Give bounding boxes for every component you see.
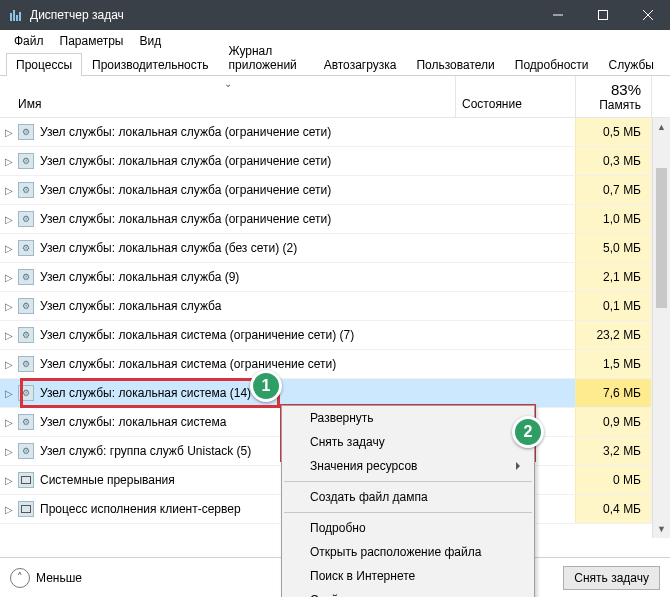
table-row[interactable]: ▷⚙Узел службы: локальная система (ограни… [0,321,670,350]
header-name[interactable]: ⌄ Имя [0,76,455,117]
gear-icon: ⚙ [18,240,34,256]
ctx-expand[interactable]: Развернуть [282,406,534,430]
annotation-badge-1: 1 [250,370,282,402]
tab-processes[interactable]: Процессы [6,53,82,76]
expand-arrow-icon[interactable]: ▷ [0,185,18,196]
scroll-thumb[interactable] [656,168,667,308]
expand-arrow-icon[interactable]: ▷ [0,243,18,254]
process-name: Узел службы: локальная служба (ограничен… [40,125,455,139]
table-row[interactable]: ▷⚙Узел службы: локальная система (14)7,6… [0,379,670,408]
process-name: Узел службы: локальная служба (ограничен… [40,183,455,197]
process-memory: 2,1 МБ [575,263,651,291]
expand-arrow-icon[interactable]: ▷ [0,446,18,457]
annotation-badge-2: 2 [512,416,544,448]
tab-app-history[interactable]: Журнал приложений [219,39,314,76]
header-state[interactable]: Состояние [455,76,575,117]
table-row[interactable]: ▷⚙Узел службы: локальная система (ограни… [0,350,670,379]
chevron-up-icon: ˄ [10,568,30,588]
ctx-end-task[interactable]: Снять задачу [282,430,534,454]
process-memory: 7,6 МБ [575,379,651,407]
maximize-button[interactable] [580,0,625,30]
process-name: Узел службы: локальная служба (9) [40,270,455,284]
app-icon [8,7,24,23]
ctx-resource-values[interactable]: Значения ресурсов [282,454,534,478]
process-name: Узел службы: локальная служба (ограничен… [40,212,455,226]
table-row[interactable]: ▷⚙Узел службы: локальная служба (огранич… [0,147,670,176]
tab-services[interactable]: Службы [599,53,664,76]
column-headers: ⌄ Имя Состояние 83% Память [0,76,670,118]
ctx-separator [284,481,532,482]
tab-users[interactable]: Пользователи [406,53,504,76]
tab-startup[interactable]: Автозагрузка [314,53,407,76]
ctx-open-location[interactable]: Открыть расположение файла [282,540,534,564]
header-memory[interactable]: 83% Память [575,76,651,117]
gear-icon: ⚙ [18,211,34,227]
scroll-up-icon[interactable]: ▲ [653,118,670,136]
gear-icon: ⚙ [18,182,34,198]
process-memory: 0,9 МБ [575,408,651,436]
expand-arrow-icon[interactable]: ▷ [0,417,18,428]
expand-arrow-icon[interactable]: ▷ [0,504,18,515]
table-row[interactable]: ▷⚙Узел службы: локальная служба (огранич… [0,118,670,147]
expand-arrow-icon[interactable]: ▷ [0,156,18,167]
system-icon [18,472,34,488]
svg-rect-3 [19,12,21,21]
process-memory: 5,0 МБ [575,234,651,262]
process-name: Узел службы: локальная система (14) [40,386,455,400]
process-name: Узел службы: локальная служба (без сети)… [40,241,455,255]
ctx-separator [284,512,532,513]
close-button[interactable] [625,0,670,30]
ctx-properties[interactable]: Свойства [282,588,534,597]
process-memory: 23,2 МБ [575,321,651,349]
svg-rect-1 [13,10,15,21]
ctx-search-online[interactable]: Поиск в Интернете [282,564,534,588]
header-state-label: Состояние [462,97,522,111]
expand-arrow-icon[interactable]: ▷ [0,301,18,312]
svg-rect-2 [16,15,18,21]
table-row[interactable]: ▷⚙Узел службы: локальная служба (огранич… [0,205,670,234]
expand-arrow-icon[interactable]: ▷ [0,214,18,225]
tab-performance[interactable]: Производительность [82,53,218,76]
expand-arrow-icon[interactable]: ▷ [0,475,18,486]
window-buttons [535,0,670,30]
table-row[interactable]: ▷⚙Узел службы: локальная служба (без сет… [0,234,670,263]
end-task-button[interactable]: Снять задачу [563,566,660,590]
minimize-button[interactable] [535,0,580,30]
process-memory: 0,4 МБ [575,495,651,523]
window-title: Диспетчер задач [30,8,535,22]
gear-icon: ⚙ [18,356,34,372]
ctx-details[interactable]: Подробно [282,516,534,540]
menu-file[interactable]: Файл [6,32,52,50]
scroll-down-icon[interactable]: ▼ [653,520,670,538]
tab-details[interactable]: Подробности [505,53,599,76]
gear-icon: ⚙ [18,298,34,314]
process-memory: 0,3 МБ [575,147,651,175]
expand-arrow-icon[interactable]: ▷ [0,388,18,399]
menu-options[interactable]: Параметры [52,32,132,50]
process-memory: 0,5 МБ [575,118,651,146]
table-row[interactable]: ▷⚙Узел службы: локальная служба (огранич… [0,176,670,205]
svg-rect-5 [598,11,607,20]
process-memory: 3,2 МБ [575,437,651,465]
vertical-scrollbar[interactable]: ▲ ▼ [652,118,670,538]
expand-arrow-icon[interactable]: ▷ [0,359,18,370]
expand-arrow-icon[interactable]: ▷ [0,330,18,341]
process-name: Узел службы: локальная служба [40,299,455,313]
ctx-create-dump[interactable]: Создать файл дампа [282,485,534,509]
menu-view[interactable]: Вид [131,32,169,50]
fewer-details-label: Меньше [36,571,82,585]
process-memory: 1,0 МБ [575,205,651,233]
header-name-label: Имя [18,97,41,111]
process-name: Узел службы: локальная система (ограниче… [40,357,455,371]
expand-arrow-icon[interactable]: ▷ [0,127,18,138]
process-memory: 0,1 МБ [575,292,651,320]
gear-icon: ⚙ [18,385,34,401]
table-row[interactable]: ▷⚙Узел службы: локальная служба0,1 МБ [0,292,670,321]
gear-icon: ⚙ [18,153,34,169]
expand-arrow-icon[interactable]: ▷ [0,272,18,283]
titlebar: Диспетчер задач [0,0,670,30]
fewer-details-button[interactable]: ˄ Меньше [10,568,82,588]
table-row[interactable]: ▷⚙Узел службы: локальная служба (9)2,1 М… [0,263,670,292]
menubar: Файл Параметры Вид [0,30,670,52]
tabs: Процессы Производительность Журнал прило… [0,52,670,76]
